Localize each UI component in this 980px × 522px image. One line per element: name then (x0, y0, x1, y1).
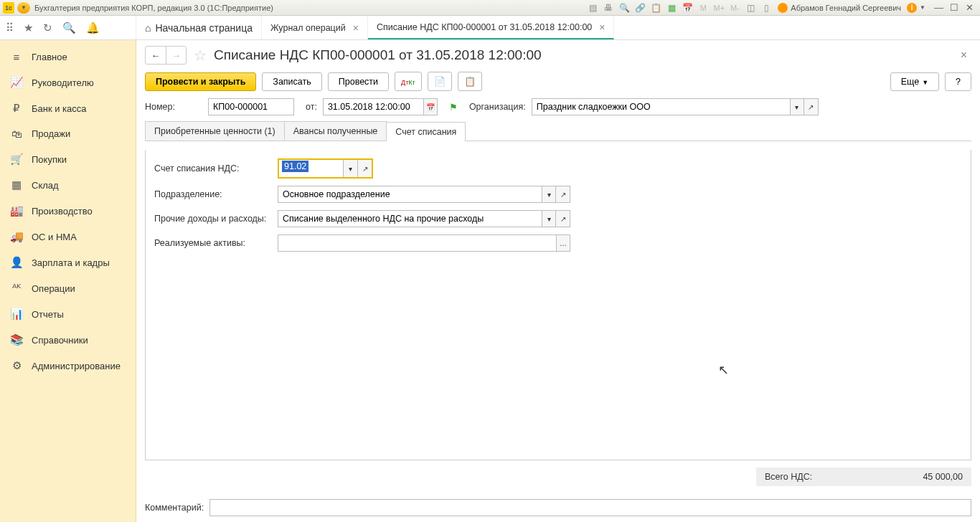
comment-input[interactable] (209, 499, 971, 516)
open-button[interactable]: ↗ (357, 160, 372, 177)
minimize-button[interactable]: — (934, 2, 946, 13)
open-button[interactable]: ↗ (556, 210, 570, 227)
dropdown-button[interactable]: ▾ (542, 186, 556, 203)
sidebar-item-manager[interactable]: 📈Руководителю (0, 70, 136, 95)
sidebar-item-label: Операции (32, 283, 75, 294)
tab-writeoff-account[interactable]: Счет списания (386, 122, 466, 141)
print-icon[interactable]: 🖶 (603, 2, 614, 14)
user-block[interactable]: Абрамов Геннадий Сергеевич (778, 3, 901, 13)
close-icon[interactable]: × (353, 22, 359, 34)
page-close-button[interactable]: × (956, 49, 971, 62)
save-button[interactable]: Записать (262, 72, 321, 91)
history-icon[interactable]: ↻ (43, 22, 52, 34)
preview-icon[interactable]: 🔍 (618, 2, 630, 14)
date-input[interactable] (323, 98, 423, 115)
close-button[interactable]: ✕ (966, 2, 977, 13)
ruble-icon: ₽ (10, 102, 23, 115)
dropdown-button[interactable]: ▾ (343, 160, 357, 177)
user-icon (778, 3, 788, 13)
sidebar-item-purchases[interactable]: 🛒Покупки (0, 146, 136, 172)
sidebar: ≡Главное 📈Руководителю ₽Банк и касса 🛍Пр… (0, 40, 136, 522)
assets-input[interactable] (278, 234, 556, 252)
app-menu-dropdown[interactable]: ▼ (17, 2, 30, 14)
m-button[interactable]: M (697, 2, 709, 14)
factory-icon: 🏭 (10, 204, 23, 217)
number-input[interactable] (208, 98, 294, 115)
dept-input[interactable] (278, 186, 542, 203)
sidebar-item-production[interactable]: 🏭Производство (0, 198, 136, 224)
toolbar-left-icons: ⠿ ★ ↻ 🔍 🔔 (0, 16, 136, 39)
more-button[interactable]: Еще▼ (890, 72, 939, 91)
dropdown-button[interactable]: ▾ (790, 98, 804, 115)
calendar-icon[interactable]: 📅 (682, 2, 693, 14)
calc-icon[interactable]: ▦ (666, 2, 677, 14)
date-input-group: 📅 (323, 98, 438, 115)
page-header: ← → ☆ Списание НДС КП00-000001 от 31.05.… (145, 46, 971, 65)
link-icon[interactable]: 🔗 (634, 2, 646, 14)
ellipsis-button[interactable]: … (556, 234, 570, 252)
sidebar-item-bank[interactable]: ₽Банк и касса (0, 95, 136, 121)
close-icon[interactable]: × (599, 22, 605, 33)
sidebar-item-operations[interactable]: ᴬᴷОперации (0, 275, 136, 301)
page-title: Списание НДС КП00-000001 от 31.05.2018 1… (214, 47, 542, 63)
total-box: Всего НДС: 45 000,00 (756, 468, 971, 486)
writeoff-form: Счет списания НДС: 91.02 ▾ ↗ Подразделен… (145, 150, 971, 460)
org-input[interactable] (532, 98, 790, 115)
tab-journal[interactable]: Журнал операций × (262, 16, 368, 39)
sidebar-item-reports[interactable]: 📊Отчеты (0, 301, 136, 327)
back-button[interactable]: ← (146, 47, 166, 64)
total-value: 45 000,00 (923, 472, 963, 482)
total-label: Всего НДС: (765, 472, 812, 482)
other-input[interactable] (278, 210, 542, 227)
flag-icon[interactable]: ⚑ (449, 102, 458, 113)
apps-icon[interactable]: ⠿ (6, 22, 14, 34)
list-icon-button[interactable]: 📋 (458, 72, 482, 91)
tab-advances[interactable]: Авансы полученные (284, 121, 387, 141)
m-plus-button[interactable]: M+ (713, 2, 725, 14)
post-button[interactable]: Провести (328, 72, 389, 91)
clipboard-icon[interactable]: 📋 (650, 2, 661, 14)
info-icon[interactable]: i (907, 3, 917, 13)
sidebar-item-admin[interactable]: ⚙Администрирование (0, 353, 136, 379)
tab-values[interactable]: Приобретенные ценности (1) (145, 121, 285, 141)
search-icon[interactable]: 🔍 (62, 22, 76, 34)
window-controls: — ☐ ✕ (934, 2, 977, 13)
sidebar-item-salary[interactable]: 👤Зарплата и кадры (0, 250, 136, 275)
account-input[interactable]: 91.02 (282, 161, 308, 172)
post-and-close-button[interactable]: Провести и закрыть (145, 72, 256, 91)
sidebar-item-sales[interactable]: 🛍Продажи (0, 121, 136, 146)
account-input-group: 91.02 ▾ ↗ (278, 158, 373, 179)
other-row: Прочие доходы и расходы: ▾ ↗ (154, 210, 962, 227)
comment-label: Комментарий: (145, 503, 204, 513)
sidebar-item-catalogs[interactable]: 📚Справочники (0, 327, 136, 353)
panel-icon[interactable]: ▯ (760, 2, 772, 14)
sidebar-item-label: Производство (32, 206, 93, 217)
sidebar-item-main[interactable]: ≡Главное (0, 44, 136, 70)
maximize-button[interactable]: ☐ (950, 2, 961, 13)
help-button[interactable]: ? (945, 72, 971, 91)
bell-icon[interactable]: 🔔 (86, 22, 100, 34)
grid-icon[interactable]: ▤ (587, 2, 598, 14)
dt-kt-button[interactable]: ДтКт (395, 72, 422, 91)
dropdown-button[interactable]: ▾ (542, 210, 556, 227)
window-icon[interactable]: ◫ (745, 2, 756, 14)
titlebar-tools: ▤ 🖶 🔍 🔗 📋 ▦ 📅 M M+ M- ◫ ▯ (587, 2, 772, 14)
m-minus-button[interactable]: M- (729, 2, 740, 14)
forward-button[interactable]: → (166, 47, 186, 64)
boxes-icon: ▦ (10, 179, 23, 191)
doc-header-row: Номер: от: 📅 ⚑ Организация: ▾ ↗ (145, 98, 971, 115)
document-icon-button[interactable]: 📄 (428, 72, 452, 91)
star-icon[interactable]: ★ (24, 22, 33, 34)
date-label: от: (306, 102, 317, 112)
open-button[interactable]: ↗ (804, 98, 819, 115)
tab-writeoff[interactable]: Списание НДС КП00-000001 от 31.05.2018 1… (368, 16, 615, 39)
tab-home[interactable]: ⌂ Начальная страница (136, 16, 262, 39)
calendar-button[interactable]: 📅 (423, 98, 438, 115)
org-input-group: ▾ ↗ (532, 98, 819, 115)
sidebar-item-label: ОС и НМА (32, 232, 77, 242)
favorite-star-icon[interactable]: ☆ (194, 47, 207, 64)
info-dropdown[interactable]: ▼ (920, 4, 925, 11)
sidebar-item-warehouse[interactable]: ▦Склад (0, 172, 136, 198)
sidebar-item-assets[interactable]: 🚚ОС и НМА (0, 224, 136, 250)
open-button[interactable]: ↗ (556, 186, 570, 203)
